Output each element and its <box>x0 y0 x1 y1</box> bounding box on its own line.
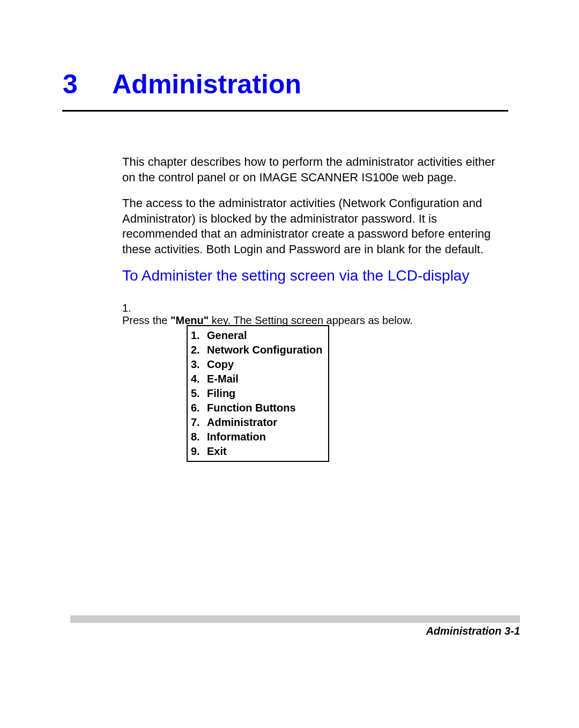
chapter-heading: 3 Administration <box>63 69 508 100</box>
lcd-menu-label: Network Configuration <box>207 344 323 356</box>
step-text-after: key. The Setting screen appears as below… <box>209 314 413 326</box>
chapter-number: 3 <box>63 69 78 100</box>
lcd-menu-label: General <box>207 329 247 341</box>
lcd-menu-item: 8.Information <box>191 430 323 444</box>
lcd-menu-num: 7. <box>191 415 207 430</box>
lcd-menu-num: 5. <box>191 386 207 401</box>
lcd-menu-num: 6. <box>191 401 207 415</box>
step-text-before: Press the <box>122 314 170 326</box>
step-list: 1. Press the "Menu" key. The Setting scr… <box>122 302 508 327</box>
lcd-menu-num: 1. <box>191 328 207 343</box>
lcd-menu-label: Information <box>207 431 266 443</box>
lcd-menu-label: Copy <box>207 358 234 370</box>
intro-paragraph-2: The access to the administrator activiti… <box>122 196 508 257</box>
lcd-menu-num: 3. <box>191 357 207 372</box>
step-text-bold: "Menu" <box>170 314 209 326</box>
lcd-menu-box: 1.General 2.Network Configuration 3.Copy… <box>187 325 329 462</box>
lcd-menu-num: 8. <box>191 430 207 444</box>
lcd-menu-num: 4. <box>191 372 207 386</box>
chapter-title: Administration <box>112 69 301 100</box>
heading-rule <box>62 110 508 112</box>
lcd-menu-label: Exit <box>207 445 227 457</box>
lcd-menu-item: 5.Filing <box>191 386 323 401</box>
lcd-menu-num: 9. <box>191 444 207 459</box>
lcd-menu-item: 2.Network Configuration <box>191 343 323 357</box>
section-title: To Administer the setting screen via the… <box>122 267 508 284</box>
lcd-menu-label: Administrator <box>207 416 277 428</box>
lcd-menu-item: 7.Administrator <box>191 415 323 430</box>
lcd-menu-label: Function Buttons <box>207 402 296 414</box>
lcd-menu-label: Filing <box>207 387 235 399</box>
lcd-menu-item: 6.Function Buttons <box>191 401 323 415</box>
lcd-menu-item: 1.General <box>191 328 323 343</box>
lcd-menu-item: 9.Exit <box>191 444 323 459</box>
lcd-menu-label: E-Mail <box>207 373 239 385</box>
lcd-menu-item: 4.E-Mail <box>191 372 323 386</box>
lcd-menu-num: 2. <box>191 343 207 357</box>
step-number: 1. <box>122 302 150 314</box>
intro-paragraph-1: This chapter describes how to perform th… <box>122 155 508 185</box>
footer-text: Administration 3-1 <box>426 625 520 637</box>
footer-bar <box>70 615 520 623</box>
lcd-menu-item: 3.Copy <box>191 357 323 372</box>
